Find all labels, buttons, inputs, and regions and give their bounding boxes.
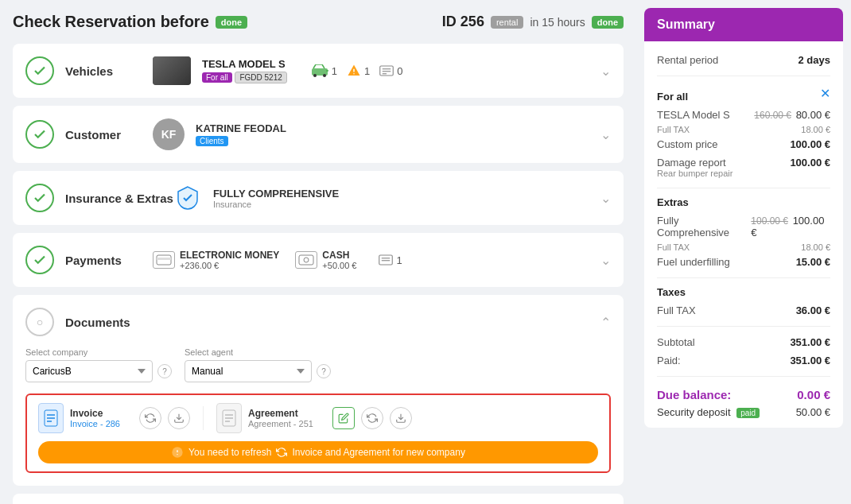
rental-period-label: Rental period: [657, 54, 718, 66]
documents-section: ○ Documents ⌃ Select company CaricusB ?: [13, 295, 624, 486]
cash-amount: +50.00 €: [322, 261, 356, 270]
payment-count: 1: [379, 250, 402, 270]
svg-point-29: [177, 454, 177, 455]
insurance-sub: Insurance: [213, 200, 339, 209]
svg-rect-14: [379, 255, 393, 265]
stat-car: 1: [311, 64, 337, 77]
doc-divider: [203, 406, 204, 430]
documents-header: ○ Documents ⌃: [25, 308, 611, 336]
agent-select-label: Select agent: [185, 347, 331, 357]
damage-value: 100.00 €: [790, 157, 830, 169]
rental-badge: rental: [491, 16, 524, 29]
tesla-tax-label: Full TAX: [657, 125, 690, 134]
documents-title: Documents: [65, 316, 130, 329]
refresh-warning: You need to refresh Invoice and Agreemen…: [38, 441, 598, 463]
payments-chevron[interactable]: ⌄: [600, 253, 611, 268]
insurance-section: Insurance & Extras FULLY COMPREHENSIVE I…: [13, 171, 624, 225]
header-done-badge: done: [216, 16, 247, 29]
agent-select-group: Select agent Manual ?: [185, 347, 331, 382]
doc-row: Invoice Invoice - 286: [25, 394, 611, 473]
custom-price-row: Custom price 100.00 €: [657, 135, 830, 153]
vehicles-check: [25, 56, 54, 85]
invoice-actions: [139, 407, 190, 429]
svg-point-5: [353, 73, 355, 75]
cash-info: CASH +50.00 €: [322, 250, 356, 270]
due-label: Due balance:: [657, 388, 731, 401]
cash-label: CASH: [322, 250, 356, 261]
time-label: in 15 hours: [530, 16, 585, 29]
insurance-check: [25, 184, 54, 212]
extras-title: Extras: [657, 196, 830, 208]
avatar-initials: KF: [161, 128, 177, 141]
vehicles-section: Vehicles TESLA MODEL S For all FGDD 5212…: [13, 44, 624, 98]
company-help[interactable]: ?: [157, 364, 172, 378]
electronic-label: ELECTRONIC MONEY: [180, 250, 279, 261]
svg-rect-11: [157, 258, 171, 260]
agreement-item: Agreement Agreement - 251: [216, 403, 313, 433]
svg-point-1: [313, 74, 317, 77]
agreement-download-btn[interactable]: [390, 407, 412, 429]
fully-comp-tax-label: Full TAX: [657, 242, 690, 252]
summary-body: Rental period 2 days For all ✕ TESLA Mod…: [644, 41, 843, 428]
company-select[interactable]: CaricusB: [25, 360, 153, 382]
paid-row: Paid: 351.00 €: [657, 351, 830, 370]
damage-label: Damage report Rear bumper repair: [657, 157, 732, 178]
invoice-download-btn[interactable]: [168, 407, 190, 429]
customer-title: Customer: [65, 128, 153, 142]
agreement-sub: Agreement - 251: [248, 419, 313, 428]
subtotal-row: Subtotal 351.00 €: [657, 333, 830, 351]
close-button[interactable]: ✕: [820, 86, 830, 101]
fully-comp-tax-row: Full TAX 18.00 €: [657, 242, 830, 253]
agent-help[interactable]: ?: [317, 364, 331, 378]
electronic-icon: [153, 251, 175, 269]
electronic-info: ELECTRONIC MONEY +236.00 €: [180, 250, 279, 270]
for-all-title: For all: [657, 91, 688, 103]
cash-icon: [295, 251, 317, 269]
agent-select-row: Manual ?: [185, 360, 331, 382]
rental-period-row: Rental period 2 days: [657, 51, 830, 69]
customer-chevron[interactable]: ⌄: [600, 127, 611, 142]
customer-content: KF KATRINE FEODAL Clients: [153, 118, 611, 150]
forall-badge: For all: [202, 72, 232, 83]
documents-check: ○: [25, 308, 54, 336]
summary-header: Summary: [644, 8, 843, 41]
customer-section: Customer KF KATRINE FEODAL Clients ⌄: [13, 106, 624, 163]
agreement-refresh-btn[interactable]: [361, 407, 383, 429]
plate-badge: FGDD 5212: [235, 72, 286, 83]
divider1: [657, 76, 830, 76]
agent-select[interactable]: Manual: [185, 360, 312, 382]
invoice-sub: Invoice - 286: [70, 419, 120, 428]
documents-chevron[interactable]: ⌃: [600, 315, 611, 330]
vehicles-chevron[interactable]: ⌄: [600, 64, 611, 79]
divider2: [657, 188, 830, 188]
custom-price-label: Custom price: [657, 138, 718, 150]
vehicle-stats: 1 1 0: [311, 64, 403, 78]
customer-check: [25, 120, 54, 149]
tesla-price-val: 80.00 €: [796, 109, 830, 121]
deposit-value: 50.00 €: [796, 406, 830, 418]
agreement-edit-btn[interactable]: [332, 407, 355, 429]
divider3: [657, 277, 830, 278]
insurance-info: FULLY COMPREHENSIVE Insurance: [213, 188, 339, 209]
doc-items: Invoice Invoice - 286: [38, 403, 598, 433]
reservation-id: ID 256: [442, 14, 484, 30]
refresh-action-text: Invoice and Agreement for new company: [292, 447, 464, 458]
summary-card: Summary Rental period 2 days For all ✕ T…: [644, 8, 843, 428]
rental-period-value: 2 days: [799, 54, 830, 66]
tesla-price: 160.00 € 80.00 €: [754, 109, 830, 121]
tesla-tax-value: 18.00 €: [801, 125, 830, 134]
doc-selectors: Select company CaricusB ? Select agent M…: [25, 347, 611, 382]
payments-check: [25, 246, 54, 274]
insurance-icon: [173, 184, 202, 212]
company-select-group: Select company CaricusB ?: [25, 347, 172, 382]
invoice-refresh-btn[interactable]: [139, 407, 161, 429]
vehicle-name: TESLA MODEL S: [202, 58, 287, 70]
insurance-title: Insurance & Extras: [65, 192, 173, 205]
vehicle-image: [153, 56, 191, 85]
customer-name: KATRINE FEODAL: [196, 122, 286, 134]
summary-title: Summary: [657, 17, 715, 31]
insurance-chevron[interactable]: ⌄: [600, 191, 611, 206]
title-text: Check Reservation before: [13, 13, 209, 31]
tesla-row: TESLA Model S 160.00 € 80.00 €: [657, 106, 830, 124]
tesla-tax-row: Full TAX 18.00 €: [657, 124, 830, 135]
